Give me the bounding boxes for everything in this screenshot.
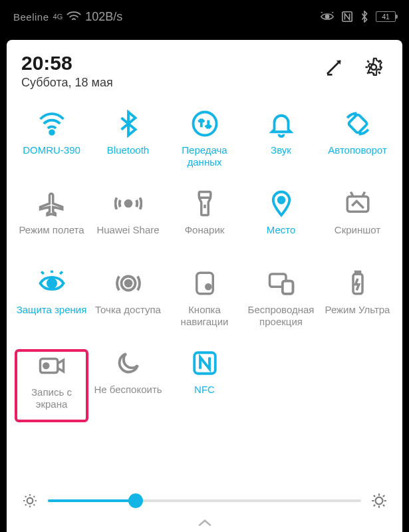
svg-point-25 bbox=[376, 497, 383, 505]
moon-icon bbox=[114, 349, 142, 377]
svg-point-24 bbox=[27, 498, 33, 504]
svg-rect-5 bbox=[348, 114, 368, 134]
tile-label: NFC bbox=[194, 384, 215, 396]
tile-navbutton[interactable]: Кнопка навигации bbox=[168, 269, 241, 342]
nfc-status-icon bbox=[341, 11, 353, 23]
tile-label: Беспроводная проекция bbox=[244, 304, 318, 328]
tile-airplane[interactable]: Режим полета bbox=[15, 190, 88, 263]
battery-percent-label: 41 bbox=[382, 13, 389, 21]
hotspot-icon bbox=[114, 269, 142, 297]
tile-label: Запись с экрана bbox=[17, 386, 86, 410]
nfc-icon bbox=[191, 349, 219, 377]
brightness-fill bbox=[48, 499, 136, 502]
tile-dnd[interactable]: Не беспокоить bbox=[91, 349, 165, 422]
tile-label: Фонарик bbox=[185, 224, 225, 236]
clock-time: 20:58 bbox=[21, 52, 113, 74]
status-bar: Beeline 4G 102B/s 41 bbox=[0, 0, 409, 33]
carrier-label: Beeline bbox=[13, 11, 49, 23]
clock-date: Суббота, 18 мая bbox=[21, 76, 113, 90]
svg-rect-17 bbox=[282, 281, 293, 294]
panel-header: 20:58 Суббота, 18 мая bbox=[12, 52, 397, 98]
tile-bluetooth[interactable]: Bluetooth bbox=[91, 110, 165, 183]
tile-ultra[interactable]: Режим Ультра bbox=[321, 269, 394, 342]
screenshot-icon bbox=[344, 190, 372, 217]
bluetooth-icon bbox=[114, 110, 142, 138]
svg-point-4 bbox=[193, 112, 216, 136]
tile-eyecomfort[interactable]: Защита зрения bbox=[15, 269, 88, 342]
brightness-slider[interactable] bbox=[48, 499, 361, 502]
tile-autorotate[interactable]: Автоповорот bbox=[321, 110, 394, 183]
tile-label: Bluetooth bbox=[107, 144, 149, 156]
svg-rect-10 bbox=[347, 197, 368, 212]
svg-point-3 bbox=[50, 130, 54, 134]
tile-label: Точка доступа bbox=[95, 304, 161, 316]
tile-label: Huawei Share bbox=[96, 224, 159, 236]
bluetooth-status-icon bbox=[360, 11, 369, 23]
network-speed-label: 102B/s bbox=[85, 10, 122, 24]
status-left-group: Beeline 4G 102B/s bbox=[13, 10, 122, 24]
clock-block[interactable]: 20:58 Суббота, 18 мая bbox=[21, 52, 113, 90]
chevron-up-icon bbox=[196, 517, 213, 528]
svg-rect-20 bbox=[355, 272, 360, 275]
data-swap-icon bbox=[191, 110, 219, 138]
svg-point-15 bbox=[205, 285, 210, 289]
tile-nfc[interactable]: NFC bbox=[168, 349, 241, 422]
tile-label: Защита зрения bbox=[17, 304, 87, 316]
tile-screenrec[interactable]: Запись с экрана bbox=[15, 349, 88, 422]
location-icon bbox=[267, 190, 295, 217]
tile-wireless[interactable]: Беспроводная проекция bbox=[244, 269, 318, 342]
tile-sound[interactable]: Звук bbox=[244, 110, 318, 183]
tile-label: Звук bbox=[271, 144, 291, 156]
huaweishare-icon bbox=[114, 190, 142, 217]
tile-hotspot[interactable]: Точка доступа bbox=[91, 269, 165, 342]
signal-4g-label: 4G bbox=[53, 13, 63, 21]
tile-data[interactable]: Передача данных bbox=[168, 110, 241, 183]
brightness-low-icon bbox=[21, 492, 39, 509]
navbutton-icon bbox=[191, 269, 219, 297]
tile-label: Кнопка навигации bbox=[168, 304, 241, 328]
tile-label: Скриншот bbox=[335, 224, 380, 236]
tile-label: Автоповорот bbox=[328, 144, 387, 156]
svg-point-0 bbox=[325, 15, 329, 19]
tile-label: DOMRU-390 bbox=[23, 144, 80, 156]
airplane-icon bbox=[38, 190, 66, 217]
tile-huaweishare[interactable]: Huawei Share bbox=[91, 190, 165, 263]
svg-point-6 bbox=[125, 201, 131, 207]
tile-location[interactable]: Место bbox=[244, 190, 318, 263]
tiles-grid: DOMRU-390BluetoothПередача данныхЗвукАвт… bbox=[12, 98, 397, 428]
tile-flashlight[interactable]: Фонарик bbox=[168, 190, 241, 263]
settings-button[interactable] bbox=[364, 57, 384, 77]
autorotate-icon bbox=[344, 110, 372, 138]
quick-settings-panel: 20:58 Суббота, 18 мая DOMRU-390Bluetooth… bbox=[7, 40, 402, 532]
tile-label: Режим полета bbox=[19, 224, 84, 236]
brightness-high-icon bbox=[370, 492, 388, 509]
tile-label: Не беспокоить bbox=[94, 384, 162, 396]
svg-rect-7 bbox=[199, 192, 211, 198]
tile-label: Передача данных bbox=[168, 144, 241, 168]
tile-label: Место bbox=[267, 224, 296, 236]
battery-indicator: 41 bbox=[376, 11, 396, 22]
eye-comfort-status-icon bbox=[320, 12, 335, 21]
brightness-row bbox=[12, 485, 397, 509]
svg-point-12 bbox=[125, 281, 131, 287]
svg-point-2 bbox=[371, 65, 376, 70]
castscreen-icon bbox=[267, 269, 295, 297]
tile-wifi[interactable]: DOMRU-390 bbox=[15, 110, 88, 183]
wifi-icon bbox=[38, 110, 66, 138]
battery-ultra-icon bbox=[344, 269, 372, 297]
svg-point-9 bbox=[278, 197, 284, 203]
edit-tiles-button[interactable] bbox=[324, 57, 344, 77]
svg-point-11 bbox=[47, 279, 55, 287]
screenrec-icon bbox=[38, 352, 66, 380]
svg-rect-14 bbox=[196, 273, 213, 294]
bell-icon bbox=[267, 110, 295, 138]
brightness-thumb[interactable] bbox=[128, 493, 143, 508]
wifi-status-icon bbox=[67, 11, 81, 22]
tile-screenshot[interactable]: Скриншот bbox=[321, 190, 394, 263]
collapse-handle[interactable] bbox=[12, 509, 397, 532]
svg-point-22 bbox=[43, 364, 48, 368]
tile-label: Режим Ультра bbox=[325, 304, 390, 316]
flashlight-icon bbox=[191, 190, 219, 217]
phone-frame: Beeline 4G 102B/s 41 bbox=[0, 0, 409, 532]
status-right-group: 41 bbox=[320, 11, 396, 23]
